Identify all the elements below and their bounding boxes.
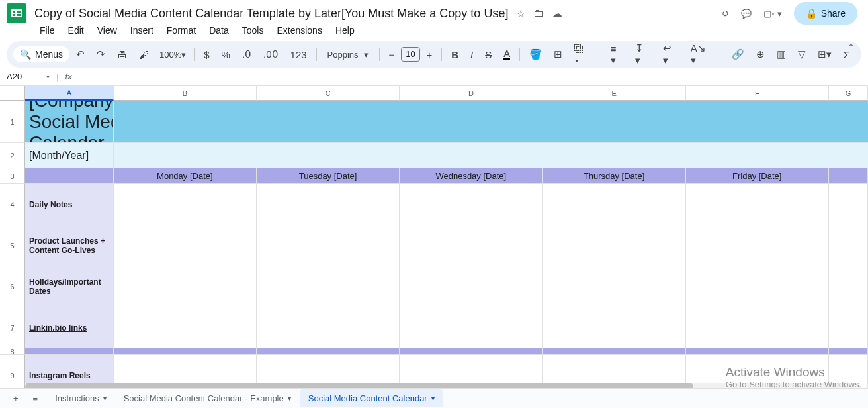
comment-button[interactable]: ⊕ [751, 44, 770, 64]
cell-E7[interactable] [542, 307, 685, 348]
halign-button[interactable]: ≡ ▾ [605, 39, 629, 70]
cell-C6[interactable] [257, 266, 400, 307]
cell-B2[interactable] [114, 143, 257, 168]
menu-view[interactable]: View [92, 23, 122, 38]
meet-icon[interactable]: ▢◦ ▾ [763, 9, 781, 19]
currency-button[interactable]: $ [198, 45, 214, 64]
redo-button[interactable]: ↷ [91, 44, 110, 64]
cell-G8[interactable] [829, 348, 868, 355]
menu-search[interactable]: 🔍 Menus [13, 46, 69, 62]
cell-D5[interactable] [400, 225, 542, 266]
row-header-1[interactable]: 1 [0, 101, 25, 143]
chart-button[interactable]: ▥ [771, 44, 791, 64]
cell-E3[interactable]: Thursday [Date] [542, 168, 685, 184]
cell-F2[interactable] [686, 143, 829, 168]
paint-format-button[interactable]: 🖌 [134, 45, 154, 64]
formula-bar[interactable] [79, 72, 868, 81]
cell-F1[interactable] [686, 101, 829, 143]
col-header-A[interactable]: A [25, 86, 114, 101]
cell-C3[interactable]: Tuesday [Date] [257, 168, 400, 184]
sheet-tab[interactable]: Social Media Content Calendar▾ [300, 389, 443, 407]
collapse-toolbar-button[interactable]: ⌃ [847, 42, 855, 52]
link-button[interactable]: 🔗 [726, 44, 750, 64]
bold-button[interactable]: B [446, 45, 464, 64]
menu-file[interactable]: File [34, 23, 60, 38]
cell-D2[interactable] [400, 143, 542, 168]
cell-G1[interactable] [829, 101, 868, 143]
row-header-3[interactable]: 3 [0, 168, 25, 184]
cell-C1[interactable] [257, 101, 400, 143]
strike-button[interactable]: S [480, 45, 497, 64]
cell-C8[interactable] [257, 348, 400, 355]
menu-format[interactable]: Format [161, 23, 201, 38]
cell-E8[interactable] [542, 348, 685, 355]
comments-icon[interactable]: 💬 [741, 9, 752, 19]
menu-data[interactable]: Data [204, 23, 234, 38]
italic-button[interactable]: I [465, 45, 478, 64]
cell-E1[interactable] [542, 101, 685, 143]
cell-D8[interactable] [400, 348, 542, 355]
zoom-select[interactable]: 100% ▾ [155, 47, 190, 62]
print-button[interactable]: 🖶 [112, 45, 132, 64]
borders-button[interactable]: ⊞ [548, 44, 568, 64]
cell-A5[interactable]: Product Launches + Content Go-Lives [25, 225, 114, 266]
sheet-tab[interactable]: Instructions▾ [47, 389, 114, 407]
select-all-corner[interactable] [0, 86, 25, 101]
sheets-logo[interactable] [7, 3, 26, 23]
cell-E2[interactable] [542, 143, 685, 168]
menu-insert[interactable]: Insert [125, 23, 159, 38]
cell-C4[interactable] [257, 184, 400, 225]
cell-D7[interactable] [400, 307, 542, 348]
chevron-down-icon[interactable]: ▾ [103, 395, 107, 402]
cell-B8[interactable] [114, 348, 257, 355]
chevron-down-icon[interactable]: ▾ [288, 395, 291, 402]
cloud-icon[interactable]: ☁ [552, 7, 562, 20]
row-header-8[interactable]: 8 [0, 348, 25, 355]
col-header-B[interactable]: B [114, 86, 257, 101]
cell-E6[interactable] [542, 266, 685, 307]
cell-A4[interactable]: Daily Notes [25, 184, 114, 225]
cell-A8[interactable] [25, 348, 114, 355]
sheet-tab[interactable]: Social Media Content Calendar - Example▾ [116, 389, 299, 407]
cell-D4[interactable] [400, 184, 542, 225]
cell-F7[interactable] [686, 307, 829, 348]
cell-A2[interactable]: [Month/Year] [25, 143, 114, 168]
increase-font-button[interactable]: + [421, 45, 438, 64]
menu-edit[interactable]: Edit [63, 23, 89, 38]
cell-A3[interactable] [25, 168, 114, 184]
cell-A6[interactable]: Holidays/Important Dates [25, 266, 114, 307]
all-sheets-button[interactable]: ≡ [28, 391, 44, 406]
col-header-D[interactable]: D [400, 86, 542, 101]
font-select[interactable]: Poppins▾ [321, 47, 375, 62]
wrap-button[interactable]: ↩ ▾ [658, 38, 684, 70]
cell-C7[interactable] [257, 307, 400, 348]
move-icon[interactable]: 🗀 [533, 7, 544, 20]
merge-button[interactable]: ⿻ ▾ [569, 39, 597, 70]
cell-F6[interactable] [686, 266, 829, 307]
cell-G4[interactable] [829, 184, 868, 225]
col-header-C[interactable]: C [257, 86, 400, 101]
row-header-5[interactable]: 5 [0, 225, 25, 266]
name-box[interactable]: A20 [7, 72, 40, 81]
namebox-dropdown-icon[interactable]: ▾ [46, 73, 50, 80]
cell-A1[interactable]: [Company/Brand] Social Media Calendar [25, 101, 114, 143]
cell-G2[interactable] [829, 143, 868, 168]
cell-G7[interactable] [829, 307, 868, 348]
cell-F5[interactable] [686, 225, 829, 266]
rotate-button[interactable]: A↘ ▾ [685, 38, 718, 70]
cell-F4[interactable] [686, 184, 829, 225]
fill-color-button[interactable]: 🪣 [524, 44, 547, 64]
increase-decimal-button[interactable]: .00̲ [258, 44, 284, 64]
row-header-2[interactable]: 2 [0, 143, 25, 168]
cell-B7[interactable] [114, 307, 257, 348]
cell-G6[interactable] [829, 266, 868, 307]
cell-A7[interactable]: Linkin.bio links [25, 307, 114, 348]
cell-C2[interactable] [257, 143, 400, 168]
cell-B3[interactable]: Monday [Date] [114, 168, 257, 184]
decrease-decimal-button[interactable]: .0̲ [237, 44, 257, 64]
add-sheet-button[interactable]: + [8, 391, 24, 406]
row-header-7[interactable]: 7 [0, 307, 25, 348]
menu-help[interactable]: Help [330, 23, 360, 38]
cell-B6[interactable] [114, 266, 257, 307]
decrease-font-button[interactable]: − [383, 45, 400, 64]
